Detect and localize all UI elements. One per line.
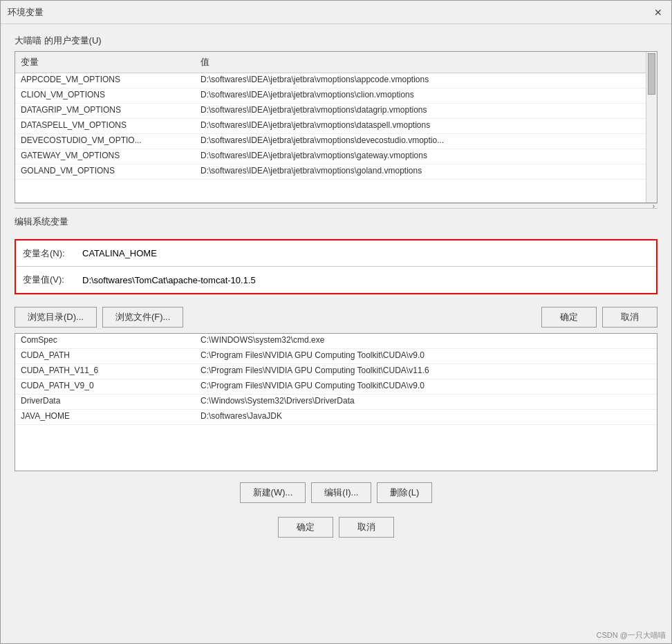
browse-button-row: 浏览目录(D)... 浏览文件(F)... 确定 取消 <box>15 301 657 333</box>
sys-var-cell: ComSpec <box>15 334 195 348</box>
system-table-body: ComSpec C:\WINDOWS\system32\cmd.exe CUDA… <box>15 334 657 471</box>
table-row[interactable]: JAVA_HOME D:\softwares\JavaJDK <box>15 410 657 425</box>
dialog-title: 环境变量 <box>8 6 44 19</box>
close-button[interactable]: ✕ <box>652 6 664 19</box>
sys-val-cell: D:\softwares\JavaJDK <box>195 410 657 424</box>
sys-val-cell: C:\WINDOWS\system32\cmd.exe <box>195 334 657 348</box>
user-var-cell: APPCODE_VM_OPTIONS <box>15 73 195 88</box>
table-row[interactable]: DriverData C:\Windows\System32\Drivers\D… <box>15 395 657 410</box>
user-scrollbar-thumb[interactable] <box>648 53 655 95</box>
var-val-row: 变量值(V): <box>16 267 656 293</box>
ok-button-top[interactable]: 确定 <box>541 307 597 328</box>
var-name-input[interactable] <box>78 245 656 261</box>
var-val-input[interactable] <box>78 272 656 288</box>
table-row[interactable]: CUDA_PATH C:\Program Files\NVIDIA GPU Co… <box>15 349 657 364</box>
table-row[interactable]: DEVECOSTUDIO_VM_OPTIO... D:\softwares\ID… <box>15 134 646 149</box>
user-val-cell: D:\softwares\IDEA\jetbra\jetbra\vmoption… <box>195 88 646 103</box>
delete-button[interactable]: 删除(L) <box>377 482 432 503</box>
sys-val-cell: C:\Program Files\NVIDIA GPU Computing To… <box>195 364 657 379</box>
user-val-cell: D:\softwares\IDEA\jetbra\jetbra\vmoption… <box>195 73 646 88</box>
upper-section-header: 大喵喵 的用户变量(U) <box>15 35 657 47</box>
lower-section-label: 编辑系统变量 <box>15 216 657 228</box>
table-row[interactable]: DATAGRIP_VM_OPTIONS D:\softwares\IDEA\je… <box>15 104 646 119</box>
table-row[interactable]: APPCODE_VM_OPTIONS D:\softwares\IDEA\jet… <box>15 73 646 88</box>
var-name-row: 变量名(N): <box>16 240 656 267</box>
bottom-ok-button[interactable]: 确定 <box>278 517 333 538</box>
user-val-cell: D:\softwares\IDEA\jetbra\jetbra\vmoption… <box>195 134 646 149</box>
section-divider[interactable]: › <box>15 203 657 209</box>
table-row[interactable]: CUDA_PATH_V9_0 C:\Program Files\NVIDIA G… <box>15 379 657 395</box>
user-var-cell: DATASPELL_VM_OPTIONS <box>15 119 195 133</box>
user-col-var-header: 变量 <box>15 55 195 70</box>
title-bar: 环境变量 ✕ <box>1 1 671 24</box>
lower-actions-row: 新建(W)... 编辑(I)... 删除(L) <box>15 477 657 509</box>
main-content: 大喵喵 的用户变量(U) 变量 值 APPCODE_VM_OPTIONS D:\… <box>1 24 671 643</box>
edit-form: 变量名(N): 变量值(V): <box>15 239 657 294</box>
var-name-label: 变量名(N): <box>16 247 78 260</box>
sys-val-cell: C:\Windows\System32\Drivers\DriverData <box>195 395 657 409</box>
user-var-cell: GOLAND_VM_OPTIONS <box>15 164 195 179</box>
table-row[interactable]: GATEWAY_VM_OPTIONS D:\softwares\IDEA\jet… <box>15 149 646 164</box>
new-button[interactable]: 新建(W)... <box>240 482 306 503</box>
table-row[interactable]: GOLAND_VM_OPTIONS D:\softwares\IDEA\jetb… <box>15 164 646 180</box>
divider-arrow: › <box>653 202 655 210</box>
bottom-ok-cancel-row: 确定 取消 <box>15 517 657 538</box>
browse-dir-button[interactable]: 浏览目录(D)... <box>15 307 97 328</box>
sys-var-cell: DriverData <box>15 395 195 409</box>
watermark: CSDN @一只大喵喵 <box>597 630 666 641</box>
browse-file-button[interactable]: 浏览文件(F)... <box>102 307 183 328</box>
table-row[interactable]: CUDA_PATH_V11_6 C:\Program Files\NVIDIA … <box>15 364 657 379</box>
system-variables-table: ComSpec C:\WINDOWS\system32\cmd.exe CUDA… <box>15 333 657 471</box>
user-val-cell: D:\softwares\IDEA\jetbra\jetbra\vmoption… <box>195 104 646 118</box>
sys-var-cell: CUDA_PATH_V11_6 <box>15 364 195 379</box>
user-val-cell: D:\softwares\IDEA\jetbra\jetbra\vmoption… <box>195 119 646 133</box>
sys-var-cell: CUDA_PATH_V9_0 <box>15 379 195 394</box>
user-var-cell: GATEWAY_VM_OPTIONS <box>15 149 195 164</box>
sys-var-cell: JAVA_HOME <box>15 410 195 424</box>
user-var-cell: DATAGRIP_VM_OPTIONS <box>15 104 195 118</box>
table-row[interactable]: CLION_VM_OPTIONS D:\softwares\IDEA\jetbr… <box>15 88 646 104</box>
environment-variables-dialog: 环境变量 ✕ 大喵喵 的用户变量(U) 变量 值 APPCODE_VM_OPTI… <box>0 0 672 644</box>
sys-var-cell: CUDA_PATH <box>15 349 195 363</box>
edit-button[interactable]: 编辑(I)... <box>311 482 371 503</box>
user-var-cell: CLION_VM_OPTIONS <box>15 88 195 103</box>
bottom-cancel-button[interactable]: 取消 <box>339 517 394 538</box>
user-col-val-header: 值 <box>195 55 657 70</box>
user-var-cell: DEVECOSTUDIO_VM_OPTIO... <box>15 134 195 149</box>
sys-val-cell: C:\Program Files\NVIDIA GPU Computing To… <box>195 349 657 363</box>
user-val-cell: D:\softwares\IDEA\jetbra\jetbra\vmoption… <box>195 149 646 164</box>
user-val-cell: D:\softwares\IDEA\jetbra\jetbra\vmoption… <box>195 164 646 179</box>
table-row[interactable]: DATASPELL_VM_OPTIONS D:\softwares\IDEA\j… <box>15 119 646 134</box>
sys-val-cell: C:\Program Files\NVIDIA GPU Computing To… <box>195 379 657 394</box>
user-table-header: 变量 值 <box>15 52 657 73</box>
user-table-scrollbar[interactable] <box>646 52 657 202</box>
cancel-button-top[interactable]: 取消 <box>602 307 657 328</box>
var-val-label: 变量值(V): <box>16 274 78 286</box>
user-variables-table: 变量 值 APPCODE_VM_OPTIONS D:\softwares\IDE… <box>15 51 657 203</box>
user-table-body: APPCODE_VM_OPTIONS D:\softwares\IDEA\jet… <box>15 73 657 203</box>
table-row[interactable]: ComSpec C:\WINDOWS\system32\cmd.exe <box>15 334 657 349</box>
